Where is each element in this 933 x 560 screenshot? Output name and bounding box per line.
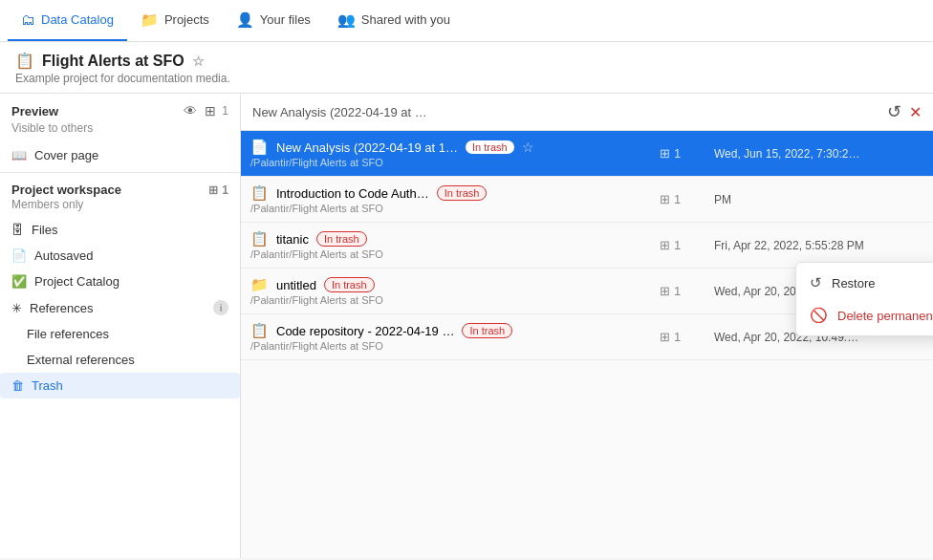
table-row[interactable]: 📄 New Analysis (2022-04-19 at 1… In tras… <box>241 131 933 177</box>
star-icon[interactable]: ☆ <box>192 54 205 69</box>
row-title: New Analysis (2022-04-19 at 1… <box>276 140 458 155</box>
references-icon: ✳ <box>11 301 22 315</box>
in-trash-badge: In trash <box>437 185 488 201</box>
book-icon: 📖 <box>11 148 27 162</box>
row-main: 📄 New Analysis (2022-04-19 at 1… In tras… <box>250 139 640 156</box>
project-header: 📋 Flight Alerts at SFO ☆ Example project… <box>0 42 933 94</box>
sidebar-item-file-references[interactable]: File references <box>0 321 240 347</box>
trash-label: Trash <box>32 378 228 393</box>
row-path: /Palantir/Flight Alerts at SFO <box>250 294 640 306</box>
sidebar-preview-section: Preview 👁 ⊞ 1 Visible to others <box>0 94 240 142</box>
tab-your-files[interactable]: 👤 Your files <box>223 0 324 41</box>
tab-projects[interactable]: 📁 Projects <box>127 0 223 41</box>
tab-shared-with-you[interactable]: 👥 Shared with you <box>324 0 464 41</box>
sidebar-item-files[interactable]: 🗄 Files <box>0 217 240 243</box>
tab-data-catalog[interactable]: 🗂 Data Catalog <box>8 0 127 41</box>
external-references-label: External references <box>27 353 228 367</box>
file-icon: 📁 <box>250 276 269 293</box>
trash-icon: 🗑 <box>11 378 24 393</box>
file-icon: 📋 <box>250 184 269 202</box>
sidebar-divider-1 <box>0 172 240 173</box>
restore-action-button[interactable]: ↺ <box>887 101 901 122</box>
autosaved-label: Autosaved <box>34 248 228 263</box>
sidebar-workspace-section: Project workspace ⊞ 1 Members only <box>0 177 240 217</box>
delete-icon: 🚫 <box>810 307 828 324</box>
row-grid-icon: ⊞ 1 <box>650 177 705 223</box>
row-path: /Palantir/Flight Alerts at SFO <box>250 248 640 260</box>
shared-with-you-icon: 👥 <box>337 11 356 29</box>
top-navigation: 🗂 Data Catalog 📁 Projects 👤 Your files 👥… <box>0 0 933 42</box>
in-trash-badge: In trash <box>462 323 512 338</box>
main-layout: Preview 👁 ⊞ 1 Visible to others 📖 Cover … <box>0 94 933 558</box>
project-title: Flight Alerts at SFO <box>42 53 184 70</box>
row-title: titanic <box>276 232 309 247</box>
file-icon: 📋 <box>250 322 269 339</box>
file-icon: 📄 <box>250 139 269 156</box>
sidebar-item-cover-page[interactable]: 📖 Cover page <box>0 142 240 168</box>
row-date: PM <box>705 177 933 223</box>
sidebar-item-project-catalog[interactable]: ✅ Project Catalog <box>0 269 240 294</box>
row-date: Wed, Jun 15, 2022, 7:30:2… <box>705 131 933 177</box>
row-grid-icon: ⊞ 1 <box>650 131 705 177</box>
restore-icon: ↺ <box>810 274 822 291</box>
row-main: 📋 titanic In trash <box>250 230 640 248</box>
in-trash-badge: In trash <box>324 277 375 292</box>
breadcrumb-actions: ↺ ✕ <box>887 101 922 122</box>
catalog-icon: ✅ <box>11 274 27 289</box>
project-folder-icon: 📋 <box>15 52 34 70</box>
grid-icon[interactable]: ⊞ <box>203 101 218 120</box>
breadcrumb: New Analysis (2022-04-19 at … <box>252 105 427 119</box>
file-references-label: File references <box>27 327 228 341</box>
delete-permanently-menu-item[interactable]: 🚫 Delete permanently… <box>796 299 933 332</box>
row-main: 📁 untitled In trash <box>250 276 640 293</box>
row-grid-icon: ⊞ 1 <box>650 269 705 314</box>
row-grid-icon: ⊞ 1 <box>650 314 705 360</box>
references-label: References <box>30 301 206 315</box>
files-icon: 🗄 <box>11 223 24 237</box>
info-icon[interactable]: i <box>213 300 228 315</box>
workspace-count: 1 <box>222 183 228 197</box>
context-menu: ↺ Restore 🚫 Delete permanently… <box>795 262 933 336</box>
sidebar-item-external-references[interactable]: External references <box>0 347 240 373</box>
workspace-label: Project workspace <box>11 183 121 197</box>
catalog-label: Project Catalog <box>34 274 228 289</box>
projects-icon: 📁 <box>141 11 159 29</box>
row-path: /Palantir/Flight Alerts at SFO <box>250 340 640 352</box>
data-catalog-icon: 🗂 <box>21 11 35 28</box>
project-title-row: 📋 Flight Alerts at SFO ☆ <box>15 52 918 70</box>
row-grid-icon: ⊞ 1 <box>650 223 705 269</box>
files-label: Files <box>32 223 228 237</box>
sidebar-item-trash[interactable]: 🗑 Trash <box>0 373 240 398</box>
table-row[interactable]: 📋 Introduction to Code Auth… In trash /P… <box>241 177 933 223</box>
preview-count: 1 <box>222 104 228 118</box>
preview-sub-label: Visible to others <box>11 121 228 135</box>
project-subtitle: Example project for documentation media. <box>15 72 918 85</box>
eye-icon[interactable]: 👁 <box>182 101 199 120</box>
restore-menu-item[interactable]: ↺ Restore <box>796 267 933 299</box>
star-icon[interactable]: ☆ <box>522 140 534 155</box>
preview-label: Preview <box>11 104 58 118</box>
in-trash-badge: In trash <box>466 140 514 154</box>
content-area: New Analysis (2022-04-19 at … ↺ ✕ 📄 New … <box>241 94 933 558</box>
row-title: untitled <box>276 278 316 292</box>
sidebar: Preview 👁 ⊞ 1 Visible to others 📖 Cover … <box>0 94 241 558</box>
autosaved-icon: 📄 <box>11 248 27 263</box>
workspace-grid-icon: ⊞ <box>208 183 218 197</box>
close-action-button[interactable]: ✕ <box>909 103 922 121</box>
breadcrumb-bar: New Analysis (2022-04-19 at … ↺ ✕ <box>241 94 933 131</box>
row-main: 📋 Introduction to Code Auth… In trash <box>250 184 640 202</box>
restore-label: Restore <box>832 276 876 291</box>
cover-page-label: Cover page <box>34 148 228 162</box>
table-container: 📄 New Analysis (2022-04-19 at 1… In tras… <box>241 131 933 558</box>
row-title: Introduction to Code Auth… <box>276 186 429 201</box>
row-title: Code repository - 2022-04-19 … <box>276 324 454 338</box>
delete-permanently-label: Delete permanently… <box>837 309 933 323</box>
file-icon: 📋 <box>250 230 269 248</box>
row-main: 📋 Code repository - 2022-04-19 … In tras… <box>250 322 640 339</box>
sidebar-item-autosaved[interactable]: 📄 Autosaved <box>0 243 240 269</box>
row-path: /Palantir/Flight Alerts at SFO <box>250 203 640 214</box>
sidebar-item-references[interactable]: ✳ References i <box>0 294 240 321</box>
workspace-label-row: Project workspace ⊞ 1 <box>11 183 228 197</box>
workspace-sub-label: Members only <box>11 198 228 211</box>
your-files-icon: 👤 <box>236 11 254 29</box>
